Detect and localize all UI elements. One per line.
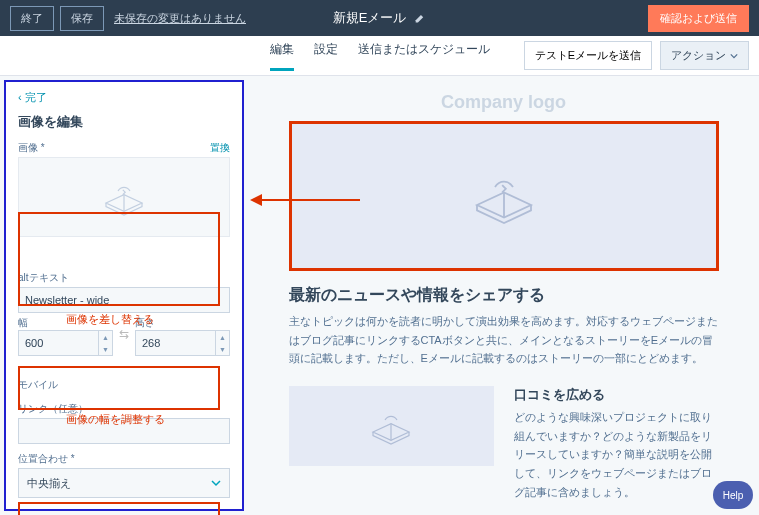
package-icon bbox=[94, 177, 154, 217]
tab-schedule[interactable]: 送信またはスケジュール bbox=[358, 41, 490, 71]
back-link[interactable]: ‹ 完了 bbox=[18, 90, 230, 105]
save-button[interactable]: 保存 bbox=[60, 6, 104, 31]
annot-width: 画像の幅を調整する bbox=[66, 412, 165, 427]
height-down[interactable]: ▼ bbox=[216, 343, 229, 355]
height-input[interactable] bbox=[136, 331, 215, 355]
height-up[interactable]: ▲ bbox=[216, 331, 229, 343]
preview-paragraph-2: どのような興味深いプロジェクトに取り組んでいますか？どのような新製品をリリースし… bbox=[514, 408, 719, 501]
unsaved-status: 未保存の変更はありません bbox=[114, 11, 246, 26]
hero-image[interactable] bbox=[289, 121, 719, 271]
confirm-send-button[interactable]: 確認および送信 bbox=[648, 5, 749, 32]
page-title: 新規Eメール bbox=[333, 9, 427, 27]
package-icon bbox=[361, 406, 421, 446]
test-email-button[interactable]: テストEメールを送信 bbox=[524, 41, 652, 70]
replace-link[interactable]: 置換 bbox=[210, 141, 230, 155]
help-button[interactable]: Help bbox=[713, 481, 753, 509]
height-input-wrapper: ▲▼ bbox=[135, 330, 230, 356]
width-down[interactable]: ▼ bbox=[99, 343, 112, 355]
align-label: 位置合わせ * bbox=[18, 452, 75, 466]
image-thumbnail[interactable] bbox=[18, 157, 230, 237]
preview-subheading: 口コミを広める bbox=[514, 386, 719, 404]
preview-heading: 最新のニュースや情報をシェアする bbox=[289, 285, 719, 306]
width-input-wrapper: ▲▼ bbox=[18, 330, 113, 356]
top-bar: 終了 保存 未保存の変更はありません 新規Eメール 確認および送信 bbox=[0, 0, 759, 36]
panel-title: 画像を編集 bbox=[18, 113, 230, 131]
email-title: 新規Eメール bbox=[333, 9, 407, 27]
preview-paragraph: 主なトピックは何かを読者に明かして演出効果を高めます。対応するウェブページまたは… bbox=[289, 312, 719, 368]
company-logo-text: Company logo bbox=[289, 92, 719, 113]
mobile-label: モバイル bbox=[18, 378, 58, 392]
preview-sub-image bbox=[289, 386, 494, 466]
width-label: 幅 bbox=[18, 317, 28, 328]
align-select[interactable]: 中央揃え bbox=[18, 468, 230, 498]
link-icon[interactable]: ⇆ bbox=[119, 327, 129, 345]
actions-dropdown[interactable]: アクション bbox=[660, 41, 749, 70]
tab-edit[interactable]: 編集 bbox=[270, 41, 294, 71]
chevron-down-icon bbox=[730, 52, 738, 60]
sidebar-panel: ‹ 完了 画像を編集 画像 * 置換 画像を差し替える altテキスト 幅 ▲▼… bbox=[4, 80, 244, 511]
preview-pane: Company logo 最新のニュースや情報をシェアする 主なトピックは何かを… bbox=[248, 76, 759, 515]
image-field-label: 画像 * bbox=[18, 141, 45, 155]
package-icon bbox=[459, 166, 549, 226]
tab-settings[interactable]: 設定 bbox=[314, 41, 338, 71]
pencil-icon[interactable] bbox=[414, 12, 426, 24]
annot-replace: 画像を差し替える bbox=[66, 312, 154, 327]
chevron-down-icon bbox=[211, 478, 221, 488]
sub-bar: 編集 設定 送信またはスケジュール テストEメールを送信 アクション bbox=[0, 36, 759, 76]
exit-button[interactable]: 終了 bbox=[10, 6, 54, 31]
align-value: 中央揃え bbox=[27, 476, 71, 491]
actions-label: アクション bbox=[671, 48, 726, 63]
alt-text-input[interactable] bbox=[18, 287, 230, 313]
width-input[interactable] bbox=[19, 331, 98, 355]
width-up[interactable]: ▲ bbox=[99, 331, 112, 343]
alt-label: altテキスト bbox=[18, 271, 69, 285]
